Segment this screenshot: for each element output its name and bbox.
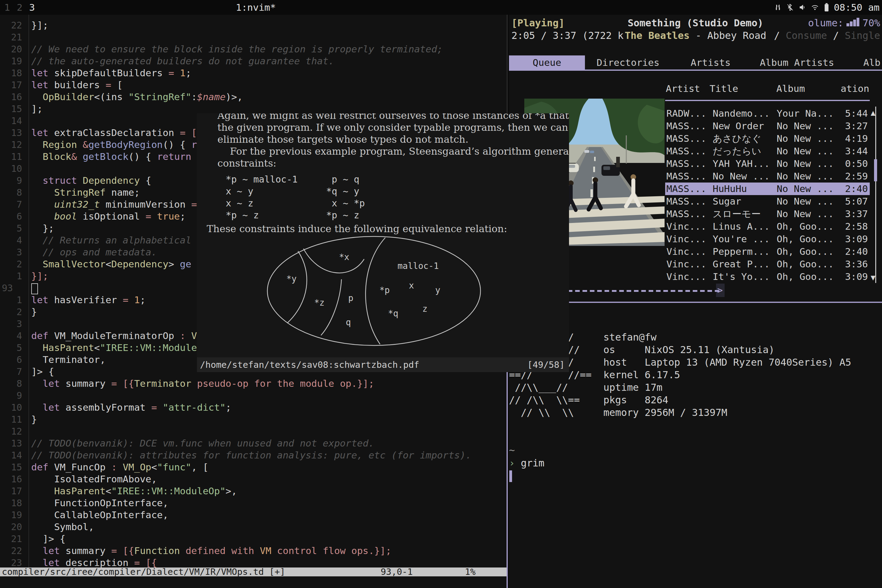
column-header: Title — [710, 82, 738, 95]
pdf-text-line: the given program. If we only consider t… — [218, 122, 569, 134]
line-number: 6 — [0, 210, 22, 222]
venn-label: p — [348, 293, 353, 303]
battery-icon — [824, 3, 830, 12]
queue-row[interactable]: MASS...New OrderNo New ...3:27 — [665, 120, 870, 132]
queue-row[interactable]: MASS...スローモーNo New ...3:37 — [665, 208, 870, 220]
line-number: 13 — [0, 437, 22, 449]
gutter-divider — [28, 15, 29, 567]
venn-label: *z — [314, 298, 325, 308]
line-number: 12 — [0, 139, 22, 151]
workspace-tag-1[interactable]: 1 — [4, 2, 10, 13]
queue-row[interactable]: Vinc...Pepperm...Oh, Goo...2:40 — [665, 245, 870, 258]
queue-row[interactable]: Vinc...It's Yo...Oh, Goo...3:09 — [665, 270, 870, 283]
scroll-up-icon[interactable]: ▲ — [871, 108, 876, 117]
venn-label: *x — [339, 252, 350, 262]
line-number: 7 — [0, 366, 22, 378]
line-number: 15 — [0, 103, 22, 115]
line-number: 11 — [0, 151, 22, 163]
queue-row[interactable]: RADW...Nandemo...Your Na...5:44 — [665, 107, 870, 120]
line-number: 4 — [0, 234, 22, 246]
line-number: 5 — [0, 342, 22, 354]
line-number: 1 — [0, 270, 22, 282]
pdf-viewer-window[interactable]: Again, we might as well restrict ourselv… — [197, 113, 569, 372]
earbuds-icon — [774, 3, 782, 11]
line-number: 13 — [0, 127, 22, 139]
desktop: 123 1:nvim* 08:50 am 22}];2120// We need… — [0, 0, 882, 588]
venn-label: *q — [388, 308, 398, 318]
tab-queue[interactable]: Queue — [509, 56, 585, 69]
queue-row[interactable]: MASS...SugarNo New ...5:07 — [665, 195, 870, 208]
tab-directories[interactable]: Directories — [597, 56, 659, 69]
volume-indicator[interactable]: olume:70% — [808, 17, 880, 29]
venn-label: *y — [286, 274, 297, 284]
line-number: 3 — [0, 318, 22, 330]
queue-row[interactable]: Vinc...Great P...Oh, Goo...3:36 — [665, 258, 870, 270]
workspace-tags[interactable]: 123 — [4, 0, 35, 15]
line-number: 22 — [0, 19, 22, 31]
constraints-left-column: *p ~ malloc-1 x ~ y x ~ z *p ~ z — [226, 173, 298, 221]
queue-row[interactable]: MASS...だったらいNo New ...3:44 — [665, 145, 870, 158]
pdf-text-line: constraints: — [218, 158, 276, 170]
line-number: 2 — [0, 306, 22, 318]
venn-label: y — [435, 285, 440, 295]
pdf-text-line: Again, we might as well restrict ourselv… — [218, 113, 569, 122]
player-tab-bar[interactable]: QueueDirectoriesArtistsAlbum ArtistsAlb — [509, 56, 882, 71]
tab-artists[interactable]: Artists — [691, 56, 731, 69]
tab-alb[interactable]: Alb — [863, 56, 880, 69]
line-number: 17 — [0, 485, 22, 497]
bluetooth-off-icon — [786, 3, 794, 11]
queue-row[interactable]: MASS...No New ...No New ...2:59 — [665, 170, 870, 183]
pdf-page-indicator: [49/58] — [527, 357, 565, 372]
pdf-text-line: eliminate those targets whose types do n… — [218, 134, 469, 146]
scrollbar-track[interactable] — [875, 106, 876, 283]
vim-cursor-position: 93,0-1 — [381, 567, 413, 576]
line-number: 22 — [0, 545, 22, 557]
typed-command: grim — [521, 457, 544, 469]
speaker-icon — [798, 3, 806, 11]
focused-window-title: 1:nvim* — [236, 2, 276, 13]
scrollbar-thumb[interactable] — [874, 159, 877, 181]
line-number: 15 — [0, 461, 22, 473]
line-number: 93 — [0, 282, 24, 294]
vim-filename: compiler/src/iree/compiler/Dialect/VM/IR… — [2, 567, 285, 576]
column-header: Album — [776, 82, 805, 95]
scroll-down-icon[interactable]: ▼ — [871, 273, 876, 282]
clock: 08:50 am — [834, 2, 879, 13]
vim-scroll-percent: 1% — [465, 567, 476, 576]
line-number: 12 — [0, 425, 22, 437]
tab-album-artists[interactable]: Album Artists — [760, 56, 834, 69]
queue-row[interactable]: MASS...HuHuHuNo New ...2:40 — [665, 183, 870, 195]
pdf-statusbar: /home/stefan/texts/sav08:schwartzbach.pd… — [197, 357, 569, 372]
line-number: 6 — [0, 354, 22, 366]
venn-label: q — [346, 317, 351, 327]
wifi-icon — [811, 3, 819, 11]
volume-bars-icon — [846, 18, 860, 26]
line-number: 16 — [0, 91, 22, 103]
workspace-tag-2[interactable]: 2 — [17, 2, 22, 13]
venn-label: malloc-1 — [398, 261, 439, 271]
queue-row[interactable]: Vinc...Linus A...Oh, Goo...2:58 — [665, 220, 870, 233]
shell-prompt[interactable]: › grim — [509, 457, 544, 470]
line-number: 18 — [0, 497, 22, 509]
line-number: 2 — [0, 258, 22, 270]
line-number: 10 — [0, 402, 22, 413]
line-number: 10 — [0, 163, 22, 175]
column-header: Artist — [666, 82, 700, 95]
line-number: 20 — [0, 43, 22, 55]
pdf-file-path: /home/stefan/texts/sav08:schwartzbach.pd… — [200, 357, 419, 372]
player-flags: / Consume / Single — [768, 29, 880, 42]
line-number: 16 — [0, 473, 22, 485]
queue-row[interactable]: Vinc...You're ...Oh, Goo...3:09 — [665, 233, 870, 245]
status-tray: 08:50 am — [774, 0, 879, 15]
line-number: 7 — [0, 198, 22, 210]
line-number: 3 — [0, 246, 22, 258]
queue-row[interactable]: MASS...YAH YAH...No New ...0:50 — [665, 158, 870, 170]
pdf-text-line: For the previous example program, Steens… — [218, 146, 569, 158]
venn-label: x — [409, 280, 414, 291]
line-number: 5 — [0, 222, 22, 234]
vim-cursor — [31, 283, 38, 294]
workspace-tag-3[interactable]: 3 — [29, 2, 35, 13]
line-number: 14 — [0, 115, 22, 127]
prompt-chevron: › — [509, 457, 515, 469]
queue-row[interactable]: MASS...あさひなぐNo New ...4:19 — [665, 132, 870, 145]
